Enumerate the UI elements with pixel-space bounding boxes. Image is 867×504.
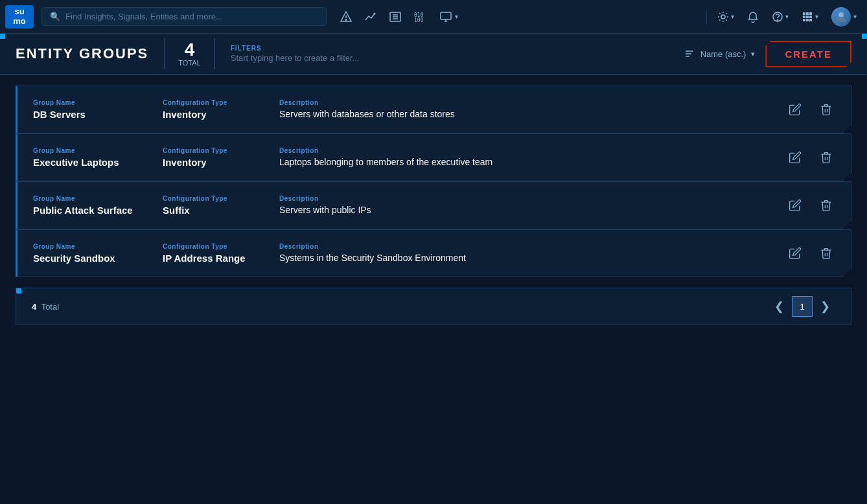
svg-point-3 — [374, 12, 376, 14]
config-type-value: Inventory — [163, 157, 279, 168]
svg-rect-17 — [806, 12, 809, 15]
prev-page-button[interactable]: ❮ — [769, 297, 789, 316]
filters-label: FILTERS — [231, 45, 684, 52]
edit-button[interactable] — [786, 148, 804, 166]
edit-button[interactable] — [786, 244, 804, 262]
description-field: Description Servers with public IPs — [279, 195, 770, 215]
binary-nav-icon[interactable]: 010 100 — [408, 6, 433, 27]
logo[interactable]: su mo — [5, 5, 34, 29]
search-placeholder: Find Insights, Signals, Entities and mor… — [65, 12, 223, 21]
description-value: Systems in the Security Sandbox Environm… — [279, 253, 770, 263]
delete-button[interactable] — [817, 148, 835, 166]
svg-point-2 — [345, 19, 347, 20]
card-actions — [786, 100, 835, 119]
nav-icon-group: 010 100 ▾ — [334, 6, 463, 27]
config-type-label: Configuration Type — [163, 99, 279, 106]
total-count-badge: 4 Total — [164, 38, 214, 69]
group-name-value: Executive Laptops — [33, 157, 163, 168]
group-name-value: Public Attack Surface — [33, 205, 163, 216]
page-1-button[interactable]: 1 — [792, 296, 813, 317]
user-avatar-button[interactable]: ▾ — [826, 3, 862, 30]
config-type-value: Inventory — [163, 109, 279, 120]
group-name-field: Group Name Public Attack Surface — [33, 195, 163, 216]
card-fields: Group Name Public Attack Surface Configu… — [33, 195, 770, 216]
monitor-nav-icon[interactable]: ▾ — [434, 6, 463, 27]
card-actions — [786, 196, 835, 214]
pagination-pages: ❮ 1 ❯ — [769, 296, 835, 317]
svg-rect-18 — [809, 12, 812, 15]
svg-text:100: 100 — [414, 17, 424, 23]
search-bar[interactable]: 🔍 Find Insights, Signals, Entities and m… — [41, 7, 327, 26]
settings-nav-button[interactable]: ▾ — [712, 7, 739, 27]
entity-groups-list: Group Name DB Servers Configuration Type… — [16, 86, 851, 277]
sub-header: ENTITY GROUPS 4 Total FILTERS Start typi… — [0, 34, 867, 75]
config-type-label: Configuration Type — [163, 147, 279, 154]
next-page-button[interactable]: ❯ — [815, 297, 835, 316]
filters-input[interactable]: Start typing here to create a filter... — [231, 53, 684, 63]
corner-accent-tr — [862, 34, 867, 39]
group-name-label: Group Name — [33, 195, 163, 202]
config-type-value: IP Address Range — [163, 253, 279, 264]
group-name-value: DB Servers — [33, 109, 163, 120]
delete-icon — [820, 247, 833, 260]
sort-section[interactable]: Name (asc.) ▾ — [684, 48, 756, 60]
filters-section: FILTERS Start typing here to create a fi… — [231, 45, 684, 63]
group-name-field: Group Name DB Servers — [33, 99, 163, 120]
description-label: Description — [279, 147, 770, 154]
create-button[interactable]: CREATE — [765, 41, 851, 67]
delete-button[interactable] — [817, 100, 835, 119]
svg-rect-10 — [441, 12, 451, 19]
config-type-field: Configuration Type IP Address Range — [163, 243, 279, 264]
list-nav-icon[interactable] — [384, 6, 407, 27]
description-value: Servers with databases or other data sto… — [279, 109, 770, 119]
pagination-total: 4 Total — [32, 302, 59, 312]
svg-point-25 — [838, 12, 844, 17]
pagination-count: 4 — [32, 302, 36, 312]
top-navigation: su mo 🔍 Find Insights, Signals, Entities… — [0, 0, 867, 34]
edit-icon — [789, 199, 802, 212]
description-label: Description — [279, 195, 770, 202]
group-name-label: Group Name — [33, 99, 163, 106]
svg-point-15 — [777, 19, 778, 21]
edit-button[interactable] — [786, 196, 804, 214]
entity-group-card: Group Name Executive Laptops Configurati… — [16, 133, 851, 181]
card-fields: Group Name Executive Laptops Configurati… — [33, 147, 770, 168]
apps-nav-button[interactable]: ▾ — [796, 7, 824, 27]
pagination-label: Total — [41, 302, 59, 312]
config-type-field: Configuration Type Suffix — [163, 195, 279, 216]
delete-button[interactable] — [817, 244, 835, 262]
delete-button[interactable] — [817, 196, 835, 214]
entity-group-card: Group Name DB Servers Configuration Type… — [16, 86, 851, 133]
group-name-value: Security Sandbox — [33, 253, 163, 264]
edit-button[interactable] — [786, 100, 804, 119]
sort-icon — [684, 48, 695, 60]
edit-icon — [789, 103, 802, 116]
edit-icon — [789, 247, 802, 260]
pagination-corner-tl — [16, 288, 21, 293]
group-name-label: Group Name — [33, 243, 163, 250]
config-type-label: Configuration Type — [163, 243, 279, 250]
main-content: Group Name DB Servers Configuration Type… — [0, 75, 867, 336]
entity-group-card: Group Name Security Sandbox Configuratio… — [16, 229, 851, 277]
svg-rect-24 — [809, 19, 812, 21]
chart-nav-icon[interactable] — [359, 6, 382, 27]
corner-accent-tl — [0, 34, 5, 39]
help-nav-button[interactable]: ▾ — [767, 7, 794, 27]
group-name-label: Group Name — [33, 147, 163, 154]
description-field: Description Servers with databases or ot… — [279, 99, 770, 119]
bell-nav-button[interactable] — [742, 7, 764, 27]
count-number: 4 — [185, 41, 195, 59]
nav-right-group: ▾ ▾ — [704, 3, 862, 30]
config-type-field: Configuration Type Inventory — [163, 147, 279, 168]
svg-rect-19 — [803, 16, 805, 18]
card-fields: Group Name DB Servers Configuration Type… — [33, 99, 770, 120]
config-type-field: Configuration Type Inventory — [163, 99, 279, 120]
avatar — [831, 7, 851, 27]
description-field: Description Systems in the Security Sand… — [279, 243, 770, 263]
card-actions — [786, 244, 835, 262]
warning-nav-icon[interactable] — [334, 6, 358, 27]
description-value: Laptops belonging to members of the exec… — [279, 157, 770, 167]
group-name-field: Group Name Security Sandbox — [33, 243, 163, 264]
page-title-section: ENTITY GROUPS — [16, 45, 148, 62]
search-icon: 🔍 — [50, 12, 60, 21]
